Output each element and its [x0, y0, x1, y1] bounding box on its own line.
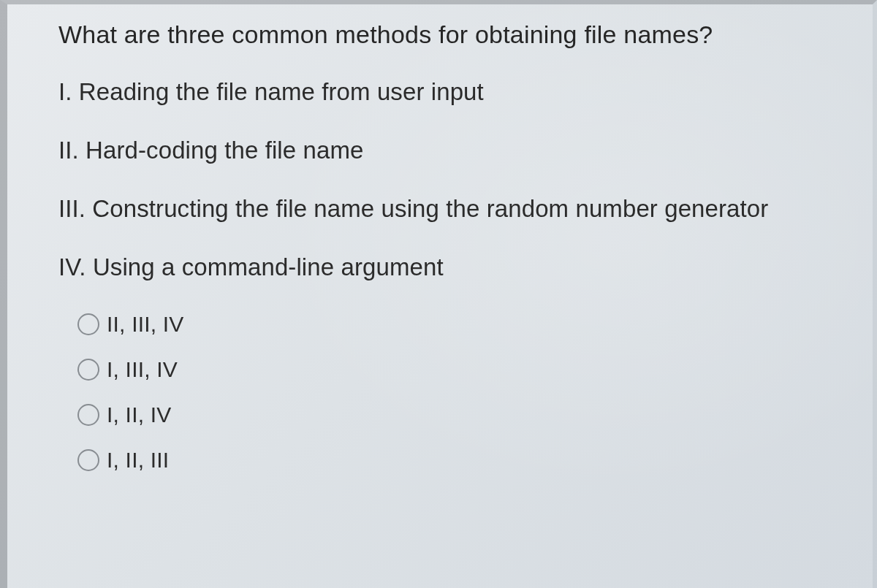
statement-4: IV. Using a command-line argument [58, 253, 848, 281]
statement-3: III. Constructing the file name using th… [58, 195, 848, 223]
option-d[interactable]: I, II, III [77, 448, 848, 473]
question-text: What are three common methods for obtain… [58, 20, 848, 49]
radio-icon[interactable] [77, 449, 99, 471]
radio-icon[interactable] [77, 404, 99, 426]
option-c[interactable]: I, II, IV [77, 402, 848, 427]
option-b-label: I, III, IV [107, 357, 178, 382]
option-c-label: I, II, IV [107, 402, 172, 427]
option-a-label: II, III, IV [107, 312, 184, 337]
quiz-page: What are three common methods for obtain… [0, 0, 877, 508]
option-d-label: I, II, III [107, 448, 169, 473]
radio-icon[interactable] [77, 359, 99, 381]
statement-2: II. Hard-coding the file name [58, 137, 848, 164]
statement-1: I. Reading the file name from user input [58, 78, 848, 106]
option-a[interactable]: II, III, IV [77, 312, 848, 337]
answer-options: II, III, IV I, III, IV I, II, IV I, II, … [58, 312, 848, 473]
radio-icon[interactable] [77, 313, 99, 335]
option-b[interactable]: I, III, IV [77, 357, 848, 382]
